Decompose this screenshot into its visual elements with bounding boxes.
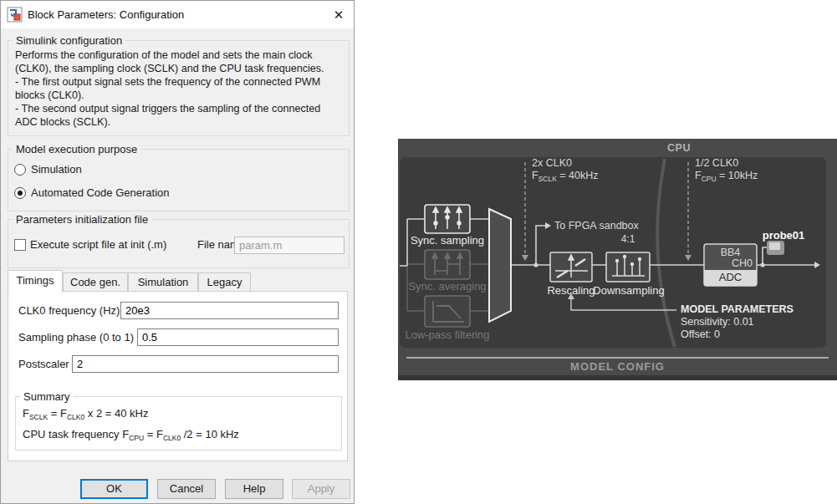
- adc-bb4-label: BB4: [704, 247, 757, 258]
- tab-timings[interactable]: Timings: [8, 270, 63, 292]
- apply-button[interactable]: Apply: [292, 479, 350, 499]
- group-label: Model execution purpose: [13, 143, 140, 155]
- title-bar[interactable]: Block Parameters: Configuration ✕: [1, 1, 354, 28]
- radio-automated-code-generation-label[interactable]: Automated Code Generation: [31, 186, 170, 199]
- adc-ch0-label: CH0: [704, 257, 753, 269]
- cancel-button[interactable]: Cancel: [157, 479, 216, 499]
- radio-simulation[interactable]: [14, 164, 26, 176]
- junction-dot: [760, 262, 764, 267]
- footer-divider: [406, 357, 829, 359]
- sync-sampling-label: Sync. sampling: [406, 234, 489, 247]
- description-text: Performs the configuration of the model …: [15, 48, 324, 129]
- probe-icon[interactable]: [767, 241, 784, 255]
- clk0-frequency-label: CLK0 frequency (Hz): [18, 304, 120, 317]
- file-name-input[interactable]: [234, 237, 344, 254]
- downsampling-ratio: 4:1: [606, 233, 650, 245]
- cpu-region-divider: [657, 159, 675, 347]
- description-line: (CLK0), the sampling clock (SCLK) and th…: [15, 62, 324, 75]
- group-model-execution-purpose: Model execution purpose Simulation Autom…: [8, 149, 350, 211]
- clock1-arrowhead: [522, 255, 528, 261]
- timings-tab-panel: CLK0 frequency (Hz) Sampling phase (0 to…: [8, 291, 348, 461]
- adc-label: ADC: [704, 271, 757, 283]
- screen: Block Parameters: Configuration ✕ Simuli…: [0, 0, 837, 504]
- description-line: ADC blocks (SCLK).: [15, 115, 324, 129]
- panel-bottom-edge: [398, 375, 837, 380]
- tab-legacy[interactable]: Legacy: [198, 272, 251, 291]
- model-config-panel: CPU: [398, 139, 837, 380]
- downsampling-label: Downsampling: [591, 284, 666, 297]
- clock2-line1: 1/2 CLK0: [695, 157, 738, 169]
- description-line: - The first output signal sets the frequ…: [15, 75, 324, 89]
- dialog-title: Block Parameters: Configuration: [28, 8, 184, 21]
- description-line: blocks (CLK0).: [15, 89, 324, 102]
- model-parameters-title: MODEL PARAMETERS: [681, 303, 794, 315]
- low-pass-filtering-block[interactable]: [425, 296, 470, 327]
- execute-script-label[interactable]: Execute script file at init (.m): [30, 238, 166, 251]
- fpga-note: To FPGA sandbox: [554, 220, 639, 232]
- group-parameters-initialization-file: Parameters initialization file Execute s…: [8, 219, 350, 268]
- summary-line-cpu: CPU task frequency FCPU = FCLK0 /2 = 10 …: [23, 428, 239, 442]
- clk0-frequency-input[interactable]: [120, 302, 339, 319]
- cpu-region-label: CPU: [649, 142, 709, 154]
- group-summary: Summary FSCLK = FCLK0 x 2 = 40 kHz CPU t…: [15, 396, 342, 451]
- close-icon[interactable]: ✕: [327, 4, 350, 25]
- help-button[interactable]: Help: [225, 479, 283, 499]
- sampling-phase-label: Sampling phase (0 to 1): [18, 331, 134, 344]
- model-config-label: MODEL CONFIG: [398, 360, 837, 373]
- tab-simulation[interactable]: Simulation: [128, 272, 198, 291]
- mux-selector-shape[interactable]: [489, 209, 511, 322]
- execute-script-checkbox[interactable]: [14, 239, 26, 251]
- low-pass-filtering-label: Low-pass filtering: [398, 328, 501, 341]
- postscaler-input[interactable]: [72, 355, 339, 373]
- simulink-block-icon: [7, 7, 23, 23]
- description-line: - The second output signal triggers the …: [15, 102, 324, 115]
- group-label: Parameters initialization file: [13, 213, 151, 226]
- rescaling-block[interactable]: [550, 252, 592, 282]
- clock2-arrowhead: [685, 255, 692, 261]
- group-simulink-configuration: Simulink configuration Performs the conf…: [8, 40, 350, 136]
- group-label: Summary: [20, 390, 74, 403]
- output-arrowhead: [814, 262, 820, 268]
- clock2-line2: FCPU = 10kHz: [695, 170, 758, 183]
- block-parameters-dialog: Block Parameters: Configuration ✕ Simuli…: [0, 0, 355, 504]
- fpga-arrowhead: [545, 222, 551, 229]
- sync-averaging-block[interactable]: [425, 250, 470, 279]
- tab-code-gen[interactable]: Code gen.: [63, 272, 128, 291]
- sync-sampling-block[interactable]: [425, 205, 470, 233]
- sync-averaging-label: Sync. averaging: [398, 280, 497, 293]
- summary-line-sclk: FSCLK = FCLK0 x 2 = 40 kHz: [23, 407, 148, 421]
- group-label: Simulink configuration: [13, 34, 125, 47]
- clock1-line1: 2x CLK0: [532, 157, 572, 169]
- clock1-line2: FSCLK = 40kHz: [532, 170, 599, 183]
- radio-simulation-label[interactable]: Simulation: [31, 163, 82, 176]
- description-line: Performs the configuration of the model …: [15, 48, 324, 62]
- ok-button[interactable]: OK: [80, 479, 148, 499]
- model-parameters-offset: Offset: 0: [681, 328, 720, 340]
- radio-automated-code-generation[interactable]: [14, 187, 26, 199]
- postscaler-label: Postscaler: [18, 358, 69, 370]
- sampling-phase-input[interactable]: [137, 328, 339, 346]
- model-parameters-sensitivity: Sensitivity: 0.01: [681, 316, 754, 328]
- downsampling-block[interactable]: [606, 252, 650, 282]
- junction-dot: [533, 262, 538, 267]
- probe-label: probe01: [746, 229, 821, 242]
